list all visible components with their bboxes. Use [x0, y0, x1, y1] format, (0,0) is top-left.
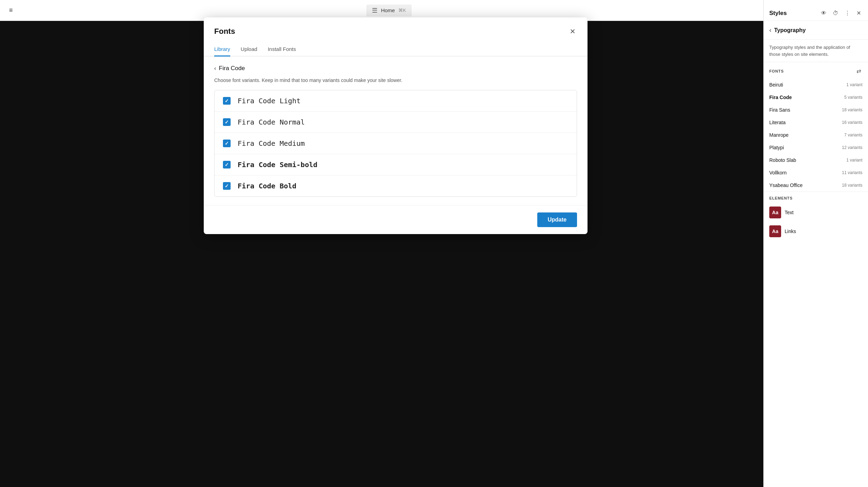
sidebar-element-item[interactable]: AaLinks [764, 222, 868, 241]
sidebar-font-variants: 7 variants [844, 133, 862, 137]
font-variant-row[interactable]: ✓Fira Code Normal [215, 112, 577, 133]
hamburger-icon: ≡ [9, 7, 13, 14]
checkmark-icon: ✓ [225, 183, 229, 189]
elements-section-label: ELEMENTS [764, 192, 868, 203]
styles-back-header: ‹ Typography [764, 21, 868, 40]
sidebar-font-name: Fira Sans [769, 107, 790, 113]
variant-checkbox[interactable]: ✓ [223, 118, 231, 126]
sidebar-close-button[interactable]: ✕ [855, 8, 862, 18]
checkmark-icon: ✓ [225, 119, 229, 125]
font-variant-hint: Choose font variants. Keep in mind that … [214, 77, 577, 83]
font-variant-row[interactable]: ✓Fira Code Bold [215, 175, 577, 196]
sidebar-title: Styles [769, 10, 787, 17]
page-title-label: Home [381, 7, 395, 13]
styles-description: Typography styles and the application of… [764, 40, 868, 62]
right-sidebar: Styles 👁 ⏱ ⋮ ✕ ‹ Typography Typography s… [763, 0, 868, 487]
hamburger-button[interactable]: ≡ [7, 5, 15, 16]
font-detail-name: Fira Code [219, 65, 245, 72]
sidebar-history-button[interactable]: ⏱ [831, 9, 840, 18]
element-label: Text [785, 210, 794, 215]
sidebar-element-item[interactable]: AaText [764, 203, 868, 222]
sidebar-close-icon: ✕ [856, 10, 861, 16]
variant-checkbox[interactable]: ✓ [223, 97, 231, 105]
sidebar-header-icons: 👁 ⏱ ⋮ ✕ [820, 8, 862, 18]
fonts-dialog: Fonts ✕ LibraryUploadInstall Fonts ‹ Fir… [204, 17, 588, 234]
sidebar-font-variants: 5 variants [844, 95, 862, 100]
fonts-adjust-button[interactable]: ⇄ [855, 66, 862, 76]
checkmark-icon: ✓ [225, 141, 229, 146]
fonts-label-text: FONTS [769, 69, 784, 73]
sidebar-more-button[interactable]: ⋮ [843, 8, 852, 18]
variant-checkbox[interactable]: ✓ [223, 161, 231, 168]
update-button[interactable]: Update [537, 212, 577, 227]
dialog-tab[interactable]: Library [214, 43, 230, 57]
sidebar-font-variants: 1 variant [846, 158, 862, 163]
sidebar-font-item[interactable]: Literata16 variants [764, 116, 868, 129]
sidebar-font-name: Beiruti [769, 82, 783, 88]
sidebar-eye-button[interactable]: 👁 [820, 9, 828, 18]
font-variants-list: ✓Fira Code Light✓Fira Code Normal✓Fira C… [214, 90, 577, 197]
dialog-close-button[interactable]: ✕ [568, 26, 577, 37]
elements-list: AaTextAaLinks [764, 203, 868, 241]
sidebar-font-variants: 18 variants [842, 183, 862, 188]
sidebar-font-item[interactable]: Roboto Slab1 variant [764, 154, 868, 166]
variant-label: Fira Code Light [238, 97, 301, 105]
page-icon: ☰ [372, 7, 377, 14]
toolbar-center-inner: ☰ Home ⌘K [366, 5, 412, 16]
font-variant-row[interactable]: ✓Fira Code Light [215, 90, 577, 112]
checkmark-icon: ✓ [225, 162, 229, 167]
variant-label: Fira Code Semi-bold [238, 160, 317, 169]
sidebar-font-item[interactable]: Vollkorn11 variants [764, 166, 868, 179]
sidebar-font-item[interactable]: Beiruti1 variant [764, 78, 868, 91]
sidebar-font-variants: 16 variants [842, 120, 862, 125]
sidebar-font-variants: 12 variants [842, 145, 862, 150]
sidebar-font-variants: 11 variants [842, 170, 862, 175]
sidebar-font-item[interactable]: Manrope7 variants [764, 129, 868, 141]
dialog-footer: Update [204, 205, 588, 234]
variant-checkbox[interactable]: ✓ [223, 140, 231, 147]
sidebar-font-name: Platypi [769, 145, 784, 150]
keyboard-shortcut: ⌘K [398, 8, 406, 13]
sidebar-more-icon: ⋮ [845, 10, 850, 16]
sidebar-font-name: Ysabeau Office [769, 182, 802, 188]
dialog-title: Fonts [214, 27, 235, 36]
adjust-icon: ⇄ [856, 68, 861, 74]
toolbar-left: ≡ [7, 5, 15, 16]
variant-label: Fira Code Bold [238, 182, 297, 190]
font-variant-row[interactable]: ✓Fira Code Medium [215, 133, 577, 154]
variant-checkbox[interactable]: ✓ [223, 182, 231, 190]
element-icon: Aa [769, 225, 781, 237]
element-icon: Aa [769, 207, 781, 218]
sidebar-font-item[interactable]: Ysabeau Office18 variants [764, 179, 868, 192]
sidebar-font-item[interactable]: Fira Sans18 variants [764, 104, 868, 116]
back-chevron-icon: ‹ [214, 65, 216, 72]
element-label: Links [785, 228, 796, 234]
sidebar-font-name: Fira Code [769, 95, 792, 100]
font-variant-row[interactable]: ✓Fira Code Semi-bold [215, 154, 577, 175]
sidebar-font-variants: 18 variants [842, 107, 862, 112]
font-detail-back[interactable]: ‹ Fira Code [214, 65, 577, 72]
sidebar-font-item[interactable]: Fira Code5 variants [764, 91, 868, 104]
dialog-header: Fonts ✕ [204, 17, 588, 37]
elements-label-text: ELEMENTS [769, 196, 793, 200]
eye-icon: 👁 [821, 10, 826, 16]
dialog-body: ‹ Fira Code Choose font variants. Keep i… [204, 57, 588, 205]
fonts-list: Beiruti1 variantFira Code5 variantsFira … [764, 78, 868, 192]
sidebar-header: Styles 👁 ⏱ ⋮ ✕ [764, 0, 868, 21]
fonts-section-label: FONTS ⇄ [764, 62, 868, 78]
sidebar-font-name: Manrope [769, 132, 788, 138]
variant-label: Fira Code Normal [238, 118, 305, 126]
dialog-tab[interactable]: Install Fonts [268, 43, 296, 57]
sidebar-font-name: Literata [769, 120, 786, 125]
styles-back-button[interactable]: ‹ [769, 27, 771, 34]
dialog-tabs: LibraryUploadInstall Fonts [204, 37, 588, 57]
sidebar-font-item[interactable]: Platypi12 variants [764, 141, 868, 154]
sidebar-font-name: Roboto Slab [769, 157, 796, 163]
styles-section-title: Typography [774, 27, 806, 33]
history-icon: ⏱ [833, 10, 838, 16]
toolbar-center: ☰ Home ⌘K [366, 5, 412, 16]
dialog-tab[interactable]: Upload [241, 43, 257, 57]
sidebar-font-variants: 1 variant [846, 82, 862, 87]
sidebar-font-name: Vollkorn [769, 170, 787, 175]
checkmark-icon: ✓ [225, 98, 229, 104]
